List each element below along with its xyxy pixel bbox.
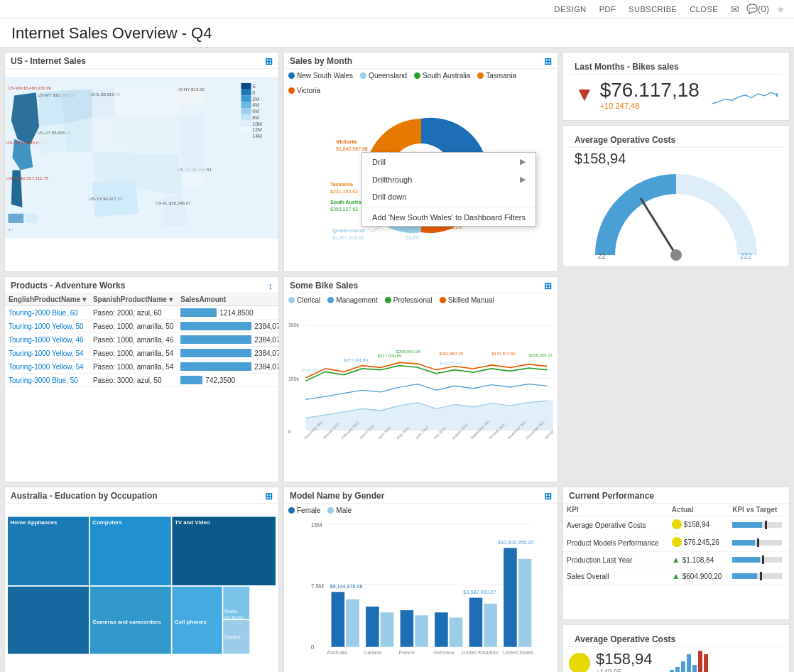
kpi-marker-0 bbox=[765, 521, 767, 529]
table-row[interactable]: Touring-2000 Blue, 60 Paseo: 2000, azul,… bbox=[5, 306, 278, 320]
table-row[interactable]: Touring-1000 Yellow, 46 Paseo: 1000, ama… bbox=[5, 333, 278, 347]
svg-text:US-CA $2,557,111.75: US-CA $2,557,111.75 bbox=[6, 175, 49, 180]
kpi-row-3[interactable]: Sales Overall ▲ $604.900,20 bbox=[563, 568, 789, 585]
bikes-triangle-icon: ▼ bbox=[575, 83, 594, 106]
svg-text:$231,165.62: $231,165.62 bbox=[330, 189, 358, 194]
op-costs-sparkbars bbox=[658, 651, 783, 672]
product-link-3[interactable]: Touring-1000 Yellow, 54 bbox=[9, 349, 84, 357]
svg-text:0: 0 bbox=[288, 429, 291, 434]
email-icon[interactable]: ✉ bbox=[731, 4, 739, 15]
spark-bar-4 bbox=[687, 654, 691, 672]
table-row[interactable]: Touring-1000 Yellow, 54 Paseo: 1000, ama… bbox=[5, 347, 278, 360]
avg-operative-costs-panel: Average Operative Costs $158,94 22 222 bbox=[562, 125, 790, 267]
svg-rect-114 bbox=[484, 604, 497, 647]
kpi-marker-3 bbox=[760, 572, 762, 580]
kpi-bar-2 bbox=[732, 557, 782, 563]
legend-skilled: Skilled Manual bbox=[440, 296, 494, 304]
bike-sales-title: Some Bike Sales ⊞ bbox=[284, 277, 558, 293]
svg-text:Victoria: Victoria bbox=[336, 139, 357, 145]
bikes-sales-body: ▼ $76.117,18 +10.247,48 bbox=[569, 75, 783, 114]
star-icon[interactable]: ★ bbox=[776, 4, 785, 15]
sales-month-icon[interactable]: ⊞ bbox=[544, 56, 552, 67]
kpi-row-1[interactable]: Product Models Performance $76.245,26 bbox=[563, 534, 789, 552]
design-link[interactable]: DESIGN bbox=[555, 5, 587, 13]
svg-text:TV and Video: TV and Video bbox=[175, 519, 210, 526]
product-link-2[interactable]: Touring-1000 Yellow, 46 bbox=[9, 336, 84, 344]
kpi-row-2[interactable]: Production Last Year ▲ $1.108,84 bbox=[563, 552, 789, 568]
subscribe-link[interactable]: SUBSCRIBE bbox=[629, 5, 677, 13]
legend-dot-skilled bbox=[440, 297, 446, 303]
yellow-indicator-dot bbox=[569, 653, 590, 673]
model-gender-title: Model Name by Gender ⊞ bbox=[284, 487, 558, 504]
pdf-link[interactable]: PDF bbox=[599, 5, 616, 13]
svg-text:$9,144,876.08: $9,144,876.08 bbox=[330, 583, 362, 590]
kpi-col-actual: Actual bbox=[668, 504, 729, 516]
context-drilldown[interactable]: Drill down bbox=[362, 188, 535, 205]
bikes-value-group: $76.117,18 +10.247,48 bbox=[600, 79, 700, 110]
kpi-dot-1 bbox=[672, 537, 682, 547]
svg-text:United Kingdom: United Kingdom bbox=[462, 649, 498, 654]
products-scroll-icon[interactable]: ↕ bbox=[268, 281, 273, 291]
kpi-marker-2 bbox=[762, 556, 764, 564]
kpi-table-body: Average Operative Costs $158,94 bbox=[563, 516, 789, 585]
spark-bar-6 bbox=[698, 651, 702, 672]
svg-text:Cell phones: Cell phones bbox=[175, 619, 207, 625]
svg-point-48 bbox=[776, 93, 778, 97]
sales-bar-0 bbox=[180, 308, 217, 317]
product-link-5[interactable]: Touring-3000 Blue, 50 bbox=[9, 376, 78, 384]
svg-rect-113 bbox=[469, 598, 483, 647]
svg-text:Home Appliances: Home Appliances bbox=[11, 519, 58, 526]
legend-vic: Victoria bbox=[288, 87, 320, 94]
table-row[interactable]: Touring-1000 Yellow, 50 Paseo: 1000, ama… bbox=[5, 320, 278, 333]
col-product-name[interactable]: EnglishProductName ▾ bbox=[5, 293, 89, 306]
bikes-sales-panel: Last Months - Bikes sales ▼ $76.117,18 +… bbox=[562, 52, 790, 121]
product-link-1[interactable]: Touring-1000 Yellow, 50 bbox=[9, 323, 84, 330]
svg-rect-107 bbox=[366, 607, 379, 647]
close-link[interactable]: CLOSE bbox=[690, 5, 718, 13]
australia-panel: Australia - Education by Occupation ⊞ Ho… bbox=[4, 487, 279, 672]
products-table-scroll[interactable]: EnglishProductName ▾ SpanishProductName … bbox=[5, 293, 278, 387]
us-map-panel: US - Internet Sales ⊞ US-WA $5,488,930.9… bbox=[4, 52, 279, 272]
bike-sales-icon[interactable]: ⊞ bbox=[544, 281, 552, 291]
svg-text:$393,227.63: $393,227.63 bbox=[330, 207, 358, 212]
sales-bar-1 bbox=[180, 322, 251, 330]
context-drillthrough[interactable]: Drillthrough ▶ bbox=[362, 170, 535, 188]
treemap-container: Home Appliances Computers TV and Video C… bbox=[5, 504, 278, 667]
product-link-0[interactable]: Touring-2000 Blue, 60 bbox=[9, 309, 78, 317]
svg-text:8M: 8M bbox=[252, 115, 259, 120]
svg-text:Cameras and camcorders: Cameras and camcorders bbox=[92, 619, 161, 625]
svg-rect-13 bbox=[241, 96, 251, 102]
legend-male: Male bbox=[327, 506, 352, 514]
kpi-fill-1 bbox=[732, 540, 755, 546]
svg-rect-29 bbox=[25, 214, 38, 223]
bike-sales-legend: Clerical Management Professional Skilled… bbox=[284, 293, 558, 307]
australia-title: Australia - Education by Occupation ⊞ bbox=[5, 487, 278, 504]
context-menu: Drill ▶ Drillthrough ▶ Drill down Add 'N… bbox=[361, 152, 536, 227]
top-bar-icons: ✉ 💬(0) ★ bbox=[731, 4, 785, 15]
svg-rect-116 bbox=[504, 548, 517, 646]
kpi-bar-0 bbox=[732, 522, 782, 528]
australia-icon[interactable]: ⊞ bbox=[265, 491, 273, 502]
svg-rect-16 bbox=[241, 114, 251, 121]
col-sales-amount[interactable]: SalesAmount bbox=[177, 293, 278, 306]
svg-text:+ -: + - bbox=[8, 227, 13, 232]
svg-text:22: 22 bbox=[598, 252, 607, 260]
table-row[interactable]: Touring-3000 Blue, 50 Paseo: 3000, azul,… bbox=[5, 374, 278, 387]
us-map-icon[interactable]: ⊞ bbox=[265, 56, 273, 67]
svg-text:US-FL $20,348.07: US-FL $20,348.07 bbox=[156, 200, 191, 205]
comment-icon[interactable]: 💬(0) bbox=[746, 4, 769, 14]
table-row[interactable]: Touring-1000 Yellow, 54 Paseo: 1000, ama… bbox=[5, 360, 278, 374]
kpi-row-0[interactable]: Average Operative Costs $158,94 bbox=[563, 516, 789, 534]
svg-text:$1,807,476.62: $1,807,476.62 bbox=[332, 235, 364, 240]
svg-text:US-TX $4,477.17: US-TX $4,477.17 bbox=[89, 196, 123, 201]
col-spanish-name[interactable]: SpanishProductName ▾ bbox=[89, 293, 177, 306]
model-gender-icon[interactable]: ⊞ bbox=[544, 491, 552, 502]
product-link-4[interactable]: Touring-1000 Yellow, 54 bbox=[9, 363, 84, 371]
context-add-filter[interactable]: Add 'New South Wales' to Dashboard Filte… bbox=[362, 209, 535, 226]
svg-text:US-NY $13.55: US-NY $13.55 bbox=[177, 87, 205, 92]
kpi-col-kpi: KPI bbox=[563, 504, 668, 516]
context-drill[interactable]: Drill ▶ bbox=[362, 153, 535, 170]
products-table-head: EnglishProductName ▾ SpanishProductName … bbox=[5, 293, 278, 306]
kpi-arrow-up-2: ▲ bbox=[672, 555, 680, 565]
svg-text:15M: 15M bbox=[311, 522, 322, 529]
